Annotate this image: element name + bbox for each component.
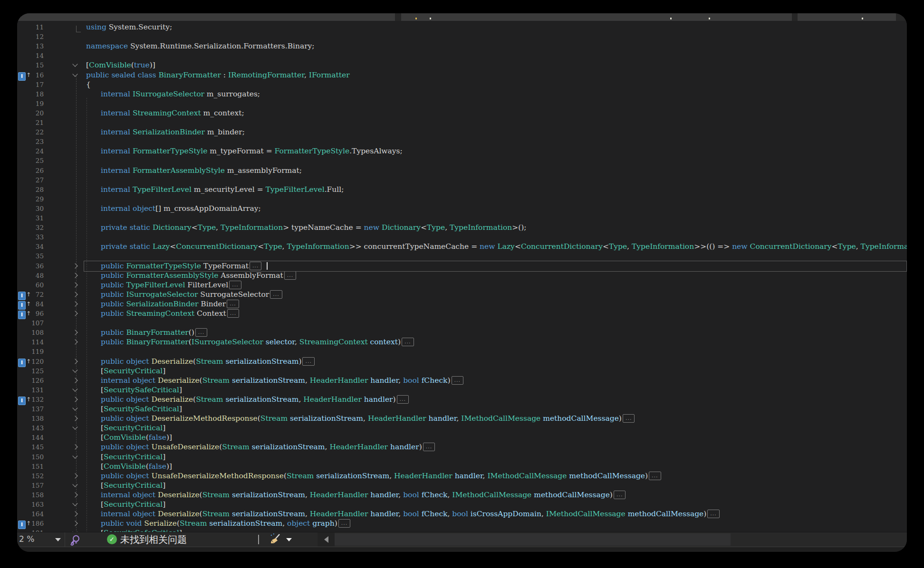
tab-segment[interactable] — [401, 13, 792, 21]
line-number[interactable]: 96 — [17, 309, 44, 318]
code-line[interactable]: 60public TypeFilterLevel FilterLevel... — [17, 280, 907, 290]
code-text[interactable]: public StreamingContext Context... — [101, 309, 239, 318]
collapsed-region-box[interactable]: ... — [338, 519, 351, 528]
line-number[interactable]: 24 — [17, 146, 44, 156]
code-line[interactable]: I↑16public sealed class BinaryFormatter … — [17, 70, 907, 80]
code-text[interactable]: public sealed class BinaryFormatter : IR… — [86, 70, 350, 80]
chevron-right-icon[interactable] — [72, 473, 77, 478]
chevron-down-icon[interactable] — [72, 386, 77, 391]
code-line[interactable]: 125[SecurityCritical] — [17, 366, 907, 376]
code-text[interactable]: public object Deserialize(Stream seriali… — [101, 395, 409, 404]
code-line[interactable]: 108public BinaryFormatter()... — [17, 328, 907, 337]
hscrollbar-thumb[interactable] — [335, 533, 731, 546]
line-number[interactable]: 119 — [17, 347, 44, 356]
chevron-right-icon[interactable] — [72, 511, 77, 516]
chevron-right-icon[interactable] — [72, 359, 77, 364]
collapsed-region-box[interactable]: ... — [707, 510, 720, 518]
code-line[interactable]: 144[ComVisible(false)] — [17, 433, 907, 442]
line-number[interactable]: 84 — [17, 299, 44, 309]
line-number[interactable]: 158 — [17, 490, 44, 500]
line-number[interactable]: 30 — [17, 204, 44, 213]
line-number[interactable]: 34 — [17, 242, 44, 251]
code-line[interactable]: 14 — [17, 51, 907, 60]
line-number[interactable]: 150 — [17, 452, 44, 462]
code-text[interactable]: [SecurityCritical] — [101, 481, 165, 490]
line-number[interactable]: 114 — [17, 337, 44, 347]
code-line[interactable]: 27 — [17, 175, 907, 185]
chevron-right-icon[interactable] — [72, 378, 77, 383]
line-number[interactable]: 108 — [17, 328, 44, 337]
code-line[interactable]: 119 — [17, 347, 907, 356]
chevron-down-icon[interactable] — [55, 538, 61, 541]
line-number[interactable]: 31 — [17, 213, 44, 223]
chevron-right-icon[interactable] — [72, 263, 77, 268]
code-line[interactable]: 24internal FormatterTypeStyle m_typeForm… — [17, 146, 907, 156]
code-text[interactable]: private static Dictionary<Type, TypeInfo… — [101, 223, 527, 232]
line-number[interactable]: 19 — [17, 99, 44, 108]
chevron-down-icon[interactable] — [72, 367, 77, 372]
line-number[interactable]: 145 — [17, 442, 44, 452]
code-cleanup-button[interactable] — [269, 533, 281, 546]
code-line[interactable]: I↑72public ISurrogateSelector SurrogateS… — [17, 290, 907, 299]
code-text[interactable]: [ComVisible(false)] — [101, 462, 172, 471]
code-line[interactable]: I↑96public StreamingContext Context... — [17, 309, 907, 318]
code-line[interactable]: 152public object UnsafeDeserializeMethod… — [17, 471, 907, 481]
code-line[interactable]: 22internal SerializationBinder m_binder; — [17, 127, 907, 137]
chevron-right-icon[interactable] — [72, 330, 77, 335]
collapsed-region-box[interactable]: ... — [284, 271, 297, 280]
code-text[interactable]: internal SerializationBinder m_binder; — [101, 127, 245, 137]
code-line[interactable]: 28internal TypeFilterLevel m_securityLev… — [17, 185, 907, 194]
line-number[interactable]: 32 — [17, 223, 44, 232]
code-line[interactable]: 23 — [17, 137, 907, 146]
code-line[interactable]: 31 — [17, 213, 907, 223]
code-text[interactable]: internal object[] m_crossAppDomainArray; — [101, 204, 261, 213]
chevron-down-icon[interactable] — [72, 501, 77, 506]
code-line[interactable]: 33 — [17, 232, 907, 242]
code-line[interactable]: 126internal object Deserialize(Stream se… — [17, 376, 907, 385]
code-text[interactable]: internal StreamingContext m_context; — [101, 108, 244, 118]
code-text[interactable]: public FormatterAssemblyStyle AssemblyFo… — [101, 271, 296, 280]
code-line[interactable]: 19 — [17, 99, 907, 108]
chevron-down-icon[interactable] — [72, 405, 77, 410]
collapsed-region-box[interactable]: ... — [270, 290, 282, 299]
line-number[interactable]: 186 — [17, 519, 44, 528]
code-line[interactable]: 26internal FormatterAssemblyStyle m_asse… — [17, 166, 907, 175]
collapsed-region-box[interactable]: ... — [227, 300, 239, 308]
code-line[interactable]: 25 — [17, 156, 907, 165]
code-text[interactable]: [SecurityCritical] — [101, 452, 165, 462]
tab-segment[interactable] — [798, 13, 896, 21]
code-text[interactable]: internal FormatterAssemblyStyle m_assemb… — [101, 166, 302, 175]
code-line[interactable]: I↑84public SerializationBinder Binder... — [17, 299, 907, 309]
line-number[interactable]: 60 — [17, 280, 44, 290]
code-text[interactable]: public object DeserializeMethodResponse(… — [101, 414, 635, 423]
collapsed-region-box[interactable]: ... — [623, 414, 635, 423]
collapsed-region-box[interactable]: ... — [452, 376, 464, 385]
code-line[interactable]: 29 — [17, 194, 907, 204]
zoom-level-select[interactable]: 2 % — [17, 532, 65, 547]
code-line[interactable]: 34private static Lazy<ConcurrentDictiona… — [17, 242, 907, 251]
code-text[interactable]: public BinaryFormatter(ISurrogateSelecto… — [101, 337, 414, 347]
check-circle-icon[interactable]: ✓ — [107, 534, 117, 544]
code-text[interactable]: [SecuritySafeCritical] — [101, 404, 182, 414]
code-line[interactable]: I↑132public object Deserialize(Stream se… — [17, 395, 907, 404]
code-line[interactable]: 20internal StreamingContext m_context; — [17, 108, 907, 118]
chevron-right-icon[interactable] — [72, 292, 77, 297]
code-line[interactable]: 151[ComVisible(false)] — [17, 462, 907, 471]
line-number[interactable]: 13 — [17, 41, 44, 51]
code-text[interactable]: public void Serialize(Stream serializati… — [101, 519, 350, 528]
code-text[interactable]: namespace System.Runtime.Serialization.F… — [86, 41, 315, 51]
line-number[interactable]: 17 — [17, 80, 44, 89]
code-text[interactable]: { — [86, 80, 91, 89]
line-number[interactable]: 152 — [17, 471, 44, 481]
line-number[interactable]: 27 — [17, 175, 44, 185]
collapsed-region-box[interactable]: ... — [229, 281, 241, 289]
code-line[interactable]: 137[SecuritySafeCritical] — [17, 404, 907, 414]
code-line[interactable]: 107 — [17, 318, 907, 328]
chevron-down-icon[interactable] — [72, 453, 77, 458]
line-number[interactable]: 163 — [17, 500, 44, 509]
code-line[interactable]: 11using System.Security; — [17, 22, 907, 32]
scroll-left-button[interactable] — [318, 532, 335, 547]
code-line[interactable]: 143[SecurityCritical] — [17, 423, 907, 433]
tab-segment[interactable] — [17, 13, 395, 21]
line-number[interactable]: 25 — [17, 156, 44, 165]
